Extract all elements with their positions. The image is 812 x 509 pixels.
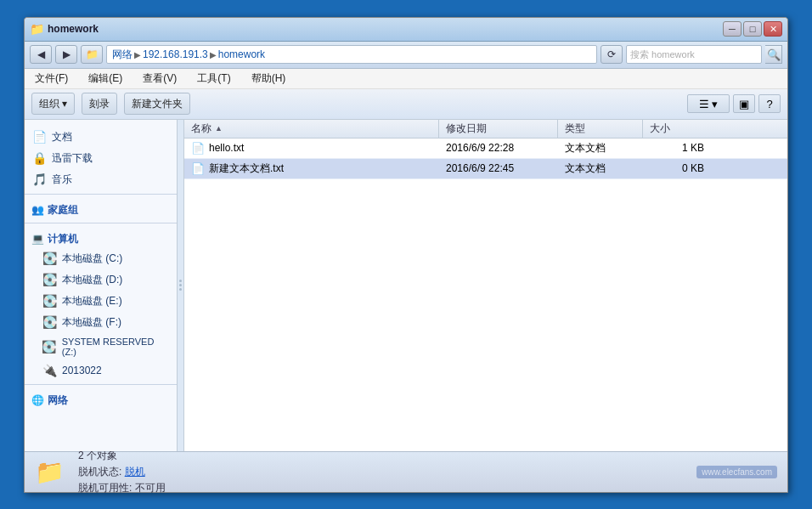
status-folder-icon: 📁: [35, 458, 65, 486]
sidebar-item-usb[interactable]: 🔌 2013022: [25, 360, 177, 381]
file-name: 新建文本文档.txt: [209, 161, 284, 176]
computer-icon: 💻: [31, 233, 44, 245]
sidebar-item-drive-z[interactable]: 💽 SYSTEM RESERVED (Z:): [25, 333, 177, 360]
file-size-cell: 1 KB: [643, 139, 711, 158]
sidebar-label-documents: 文档: [52, 130, 72, 144]
available-value: 不可用: [135, 482, 166, 494]
menu-edit[interactable]: 编辑(E): [85, 70, 126, 88]
column-header-date[interactable]: 修改日期: [439, 120, 558, 138]
forward-button[interactable]: ▶: [55, 45, 77, 64]
resizer-dot: [179, 280, 182, 282]
breadcrumb-part-2[interactable]: homework: [218, 48, 265, 60]
explorer-window: 📁 homework ─ □ ✕ ◀ ▶ 📁 网络 ▶ 192.168.191.…: [24, 17, 788, 493]
file-date-cell: 2016/6/9 22:28: [439, 139, 558, 158]
resizer-dot: [179, 288, 182, 291]
sort-arrow-name: ▲: [215, 124, 223, 133]
file-type-cell: 文本文档: [558, 159, 643, 178]
up-button[interactable]: 📁: [81, 45, 103, 64]
file-date: 2016/6/9 22:45: [446, 162, 514, 174]
column-header-size[interactable]: 大小: [643, 120, 711, 138]
back-button[interactable]: ◀: [30, 45, 52, 64]
window-icon: 📁: [30, 22, 44, 36]
view-toggle-button[interactable]: ☰ ▾: [687, 94, 730, 113]
usb-icon: 🔌: [42, 364, 57, 377]
document-icon: 📄: [31, 130, 47, 144]
close-button[interactable]: ✕: [764, 21, 782, 37]
status-available: 脱机可用性: 不可用: [78, 481, 166, 495]
sidebar-label-usb: 2013022: [62, 365, 102, 376]
breadcrumb-part-1[interactable]: 192.168.191.3: [143, 48, 208, 60]
sidebar-label-drive-d: 本地磁盘 (D:): [62, 273, 122, 287]
sidebar-item-drive-d[interactable]: 💽 本地磁盘 (D:): [25, 269, 177, 291]
column-header-type[interactable]: 类型: [558, 120, 643, 138]
title-controls: ─ □ ✕: [723, 21, 782, 37]
menu-file[interactable]: 文件(F): [31, 70, 71, 88]
toolbar-right: ☰ ▾ ▣ ?: [687, 94, 781, 113]
sidebar-label-xunlei: 迅雷下载: [52, 151, 93, 166]
menu-help[interactable]: 帮助(H): [248, 70, 290, 88]
sidebar: 📄 文档 🔒 迅雷下载 🎵 音乐 👥 家庭组 💻 计算机 💽: [25, 120, 178, 451]
sidebar-label-drive-z: SYSTEM RESERVED (Z:): [62, 337, 170, 357]
table-row[interactable]: 📄 hello.txt 2016/6/9 22:28 文本文档 1 KB: [184, 139, 787, 159]
refresh-button[interactable]: ⟳: [601, 45, 623, 64]
sidebar-item-xunlei[interactable]: 🔒 迅雷下载: [25, 148, 177, 169]
file-size: 0 KB: [682, 162, 704, 174]
sidebar-section-computer[interactable]: 💻 计算机: [25, 227, 177, 248]
organize-button[interactable]: 组织 ▾: [31, 93, 75, 115]
file-size-cell: 0 KB: [643, 159, 711, 178]
sidebar-item-drive-c[interactable]: 💽 本地磁盘 (C:): [25, 248, 177, 269]
main-area: 📄 文档 🔒 迅雷下载 🎵 音乐 👥 家庭组 💻 计算机 💽: [25, 120, 787, 451]
menu-view[interactable]: 查看(V): [139, 70, 180, 88]
file-type-cell: 文本文档: [558, 139, 643, 158]
sidebar-label-drive-f: 本地磁盘 (F:): [62, 315, 121, 330]
sidebar-section-homegroup[interactable]: 👥 家庭组: [25, 198, 177, 219]
search-button[interactable]: 🔍: [765, 45, 782, 64]
file-icon: 📄: [191, 162, 205, 175]
drive-z-icon: 💽: [42, 340, 57, 353]
sidebar-item-music[interactable]: 🎵 音乐: [25, 169, 177, 190]
file-type: 文本文档: [565, 161, 606, 176]
homegroup-icon: 👥: [31, 204, 44, 216]
sidebar-item-drive-f[interactable]: 💽 本地磁盘 (F:): [25, 312, 177, 333]
file-name: hello.txt: [209, 142, 244, 154]
sidebar-label-computer: 计算机: [48, 232, 78, 246]
table-row[interactable]: 📄 新建文本文档.txt 2016/6/9 22:45 文本文档 0 KB: [184, 159, 787, 179]
file-area: 名称 ▲ 修改日期 类型 大小 📄 hello.txt: [184, 120, 787, 451]
sidebar-item-documents[interactable]: 📄 文档: [25, 127, 177, 148]
sidebar-divider-2: [25, 384, 177, 385]
burn-button[interactable]: 刻录: [82, 93, 117, 115]
sidebar-resizer[interactable]: [178, 120, 184, 451]
music-icon: 🎵: [31, 172, 47, 186]
status-offline: 脱机状态: 脱机: [78, 465, 166, 479]
file-icon: 📄: [191, 142, 205, 155]
panel-button[interactable]: ▣: [733, 94, 755, 113]
resizer-dot: [179, 284, 182, 286]
network-icon: 🌐: [31, 394, 44, 406]
drive-f-icon: 💽: [42, 315, 57, 329]
xunlei-icon: 🔒: [31, 151, 47, 165]
maximize-button[interactable]: □: [743, 21, 762, 37]
file-list-header: 名称 ▲ 修改日期 类型 大小: [184, 120, 787, 139]
minimize-button[interactable]: ─: [723, 21, 742, 37]
offline-value[interactable]: 脱机: [125, 466, 145, 478]
menu-tools[interactable]: 工具(T): [194, 70, 234, 88]
new-folder-button[interactable]: 新建文件夹: [124, 93, 190, 115]
file-date-cell: 2016/6/9 22:45: [439, 159, 558, 178]
file-name-cell: 📄 hello.txt: [184, 139, 439, 158]
breadcrumb-sep-0: ▶: [134, 50, 141, 59]
sidebar-item-drive-e[interactable]: 💽 本地磁盘 (E:): [25, 291, 177, 312]
drive-d-icon: 💽: [42, 273, 57, 286]
sidebar-section-network[interactable]: 🌐 网络: [25, 388, 177, 410]
menu-bar: 文件(F) 编辑(E) 查看(V) 工具(T) 帮助(H): [25, 69, 787, 89]
sidebar-label-network: 网络: [48, 393, 68, 408]
breadcrumb[interactable]: 网络 ▶ 192.168.191.3 ▶ homework: [106, 45, 597, 64]
column-header-name[interactable]: 名称 ▲: [184, 120, 439, 138]
sidebar-label-drive-c: 本地磁盘 (C:): [62, 252, 122, 266]
search-input[interactable]: 搜索 homework: [626, 45, 762, 64]
sidebar-label-drive-e: 本地磁盘 (E:): [62, 294, 122, 308]
breadcrumb-sep-1: ▶: [210, 50, 217, 59]
help-button[interactable]: ?: [758, 94, 781, 113]
file-type: 文本文档: [565, 141, 606, 156]
breadcrumb-part-0[interactable]: 网络: [112, 48, 133, 62]
status-info: 2 个对象 脱机状态: 脱机 脱机可用性: 不可用: [78, 449, 166, 495]
